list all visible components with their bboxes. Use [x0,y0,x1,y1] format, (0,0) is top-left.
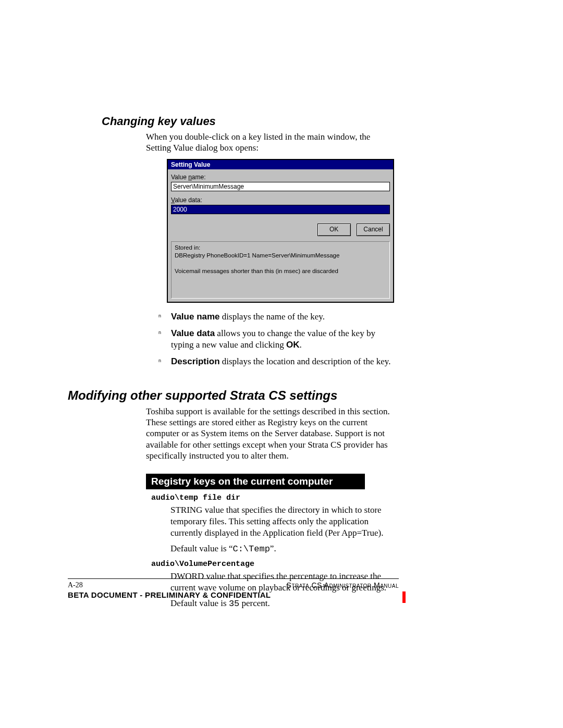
key-audio-volume-default: Default value is 35 percent. [170,598,395,610]
key-audio-temp-default: Default value is “C:\Temp”. [170,543,395,555]
manual-title: Strata CS Administrator Manual [286,581,399,589]
intro-para: When you double-click on a key listed in… [146,131,391,154]
value-data-input[interactable] [171,205,390,214]
registry-keys-bar: Registry keys on the current computer [146,474,365,489]
bullet-list: Value name displays the name of the key.… [156,311,391,367]
heading-changing-key-values: Changing key values [102,115,464,128]
value-name-label: Value name: [171,174,390,181]
confidential-notice: BETA DOCUMENT - PRELIMINARY & CONFIDENTI… [68,590,399,599]
cancel-button[interactable]: Cancel [357,224,390,236]
stored-in-label: Stored in: [175,244,386,252]
value-name-input[interactable] [171,182,390,191]
bullet-value-data: Value data allows you to change the valu… [156,328,391,351]
dialog-title: Setting Value [168,160,393,169]
dialog-description: Voicemail messages shorter than this (in… [175,267,386,276]
page-footer: A-28 Strata CS Administrator Manual BETA… [68,578,399,599]
dialog-description-box: Stored in: DBRegistry PhoneBookID=1 Name… [171,241,390,299]
section2-para: Toshiba support is available for the set… [146,406,396,461]
ok-button[interactable]: OK [317,224,351,236]
bullet-description: Description displays the location and de… [156,356,391,367]
page-number: A-28 [68,581,83,589]
value-data-label: Value data: [171,196,390,204]
key-audio-temp: audio\temp file dir [151,493,464,502]
key-audio-temp-desc: STRING value that specifies the director… [170,504,395,539]
revision-mark-icon [402,591,406,603]
bullet-value-name: Value name displays the name of the key. [156,311,391,323]
heading-modifying-settings: Modifying other supported Strata CS sett… [68,388,464,403]
setting-value-dialog: Setting Value Value name: Value data: OK… [167,159,394,303]
key-audio-volume: audio\VolumePercentage [151,560,464,569]
stored-in-value: DBRegistry PhoneBookID=1 Name=Server\Min… [175,252,386,260]
